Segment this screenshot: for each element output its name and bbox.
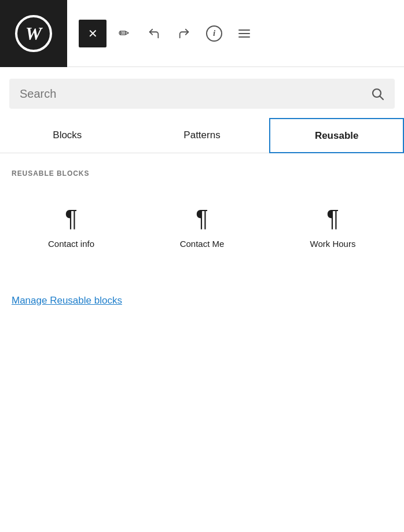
block-item-contact-info[interactable]: ¶ Contact info — [6, 195, 137, 260]
block-label-work-hours: Work Hours — [310, 239, 356, 249]
paragraph-icon-work-hours: ¶ — [326, 206, 339, 230]
section-title: REUSABLE BLOCKS — [0, 153, 404, 183]
toolbar: W ✕ ✏ i — [0, 0, 404, 67]
close-icon: ✕ — [88, 28, 98, 39]
tab-reusable[interactable]: Reusable — [269, 118, 404, 153]
close-button[interactable]: ✕ — [79, 20, 106, 47]
undo-button[interactable] — [141, 21, 167, 46]
block-label-contact-info: Contact info — [48, 239, 94, 249]
pencil-button[interactable]: ✏ — [111, 21, 137, 46]
tab-patterns[interactable]: Patterns — [135, 118, 270, 153]
block-item-work-hours[interactable]: ¶ Work Hours — [267, 195, 398, 260]
block-item-contact-me[interactable]: ¶ Contact Me — [137, 195, 267, 260]
search-icon — [370, 87, 384, 101]
menu-button[interactable] — [232, 21, 257, 46]
block-label-contact-me: Contact Me — [180, 239, 225, 249]
menu-icon — [237, 27, 251, 40]
svg-line-4 — [380, 97, 384, 100]
reusable-blocks-grid: ¶ Contact info ¶ Contact Me ¶ Work Hours — [0, 183, 404, 260]
search-icon-button[interactable] — [370, 87, 384, 101]
paragraph-icon-contact-me: ¶ — [196, 206, 208, 230]
manage-link-container: Manage Reusable blocks — [0, 260, 404, 318]
redo-icon — [178, 27, 190, 40]
search-input[interactable] — [20, 87, 370, 101]
pencil-icon: ✏ — [119, 26, 129, 41]
wp-logo: W — [0, 0, 67, 67]
redo-button[interactable] — [171, 21, 197, 46]
info-button[interactable]: i — [201, 21, 227, 46]
tabs-bar: Blocks Patterns Reusable — [0, 118, 404, 153]
paragraph-icon-contact-info: ¶ — [65, 206, 77, 230]
info-icon: i — [206, 25, 222, 42]
search-container — [0, 67, 404, 118]
tab-blocks[interactable]: Blocks — [0, 118, 135, 153]
main-content: Blocks Patterns Reusable REUSABLE BLOCKS… — [0, 67, 404, 318]
search-box — [9, 79, 395, 109]
wordpress-logo-icon: W — [15, 15, 52, 52]
manage-reusable-blocks-link[interactable]: Manage Reusable blocks — [12, 295, 122, 306]
undo-icon — [148, 27, 160, 40]
toolbar-actions: ✕ ✏ i — [67, 20, 404, 47]
